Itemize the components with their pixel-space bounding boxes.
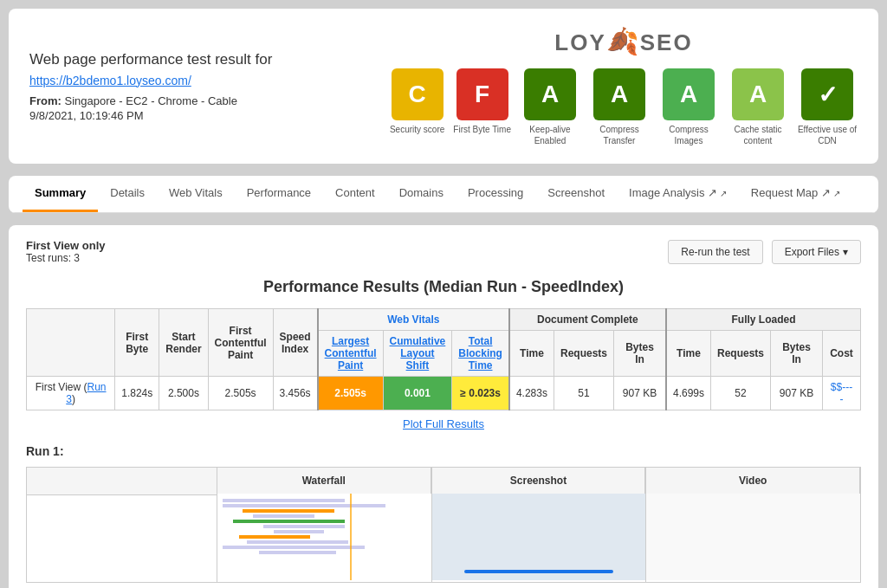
score-tile: ACache static content xyxy=(728,68,788,146)
plot-link-row: Plot Full Results xyxy=(26,417,861,430)
cell-start-render: 2.500s xyxy=(159,377,208,410)
tab-web-vitals[interactable]: Web Vitals xyxy=(157,176,235,212)
performance-table: FirstByte StartRender FirstContentfulPai… xyxy=(26,308,861,410)
run1-waterfall-col: Waterfall xyxy=(217,468,432,582)
tab-processing[interactable]: Processing xyxy=(456,176,535,212)
cell-tbt: ≥ 0.023s xyxy=(452,377,509,410)
results-title: Performance Results (Median Run - SpeedI… xyxy=(26,278,861,296)
export-button[interactable]: Export Files ▾ xyxy=(772,240,861,264)
col-fcp: FirstContentfulPaint xyxy=(208,309,273,377)
score-label: Compress Images xyxy=(658,124,719,146)
cell-first-byte: 1.824s xyxy=(115,377,159,410)
cell-fcp: 2.505s xyxy=(208,377,273,410)
score-tile: FFirst Byte Time xyxy=(453,68,511,146)
video-header: Video xyxy=(646,468,860,494)
test-runs-label: Test runs: 3 xyxy=(26,252,106,264)
nav-tabs: SummaryDetailsWeb VitalsPerformanceConte… xyxy=(9,176,878,213)
cell-fl-bytes: 907 KB xyxy=(771,377,823,410)
score-box: A xyxy=(663,68,715,120)
score-label: Keep-alive Enabled xyxy=(520,124,580,146)
score-box: A xyxy=(732,68,784,120)
cell-cost[interactable]: $$---- xyxy=(822,377,860,410)
score-label: Security score xyxy=(390,124,444,135)
run1-meta-cell xyxy=(27,495,217,582)
col-tbt[interactable]: TotalBlockingTime xyxy=(452,331,509,377)
scores-area: LOY🍂SEO CSecurity scoreFFirst Byte TimeA… xyxy=(390,26,858,146)
score-tile: ✓Effective use of CDN xyxy=(797,68,858,146)
plot-full-results-link[interactable]: Plot Full Results xyxy=(403,417,484,430)
test-meta: First View only Test runs: 3 Re-run the … xyxy=(26,239,861,264)
run1-section: Run 1: Waterfall xyxy=(26,444,861,583)
col-start-render: StartRender xyxy=(159,309,208,377)
tab-screenshot[interactable]: Screenshot xyxy=(535,176,617,212)
web-vitals-header: Web Vitals xyxy=(318,309,509,331)
screenshot-header: Screenshot xyxy=(432,468,646,494)
screenshot-cell xyxy=(432,494,646,580)
nav-card: SummaryDetailsWeb VitalsPerformanceConte… xyxy=(9,176,878,213)
score-tile: AKeep-alive Enabled xyxy=(520,68,580,146)
col-fl-cost: Cost xyxy=(822,331,860,377)
logo: LOY🍂SEO xyxy=(554,26,692,56)
col-doc-bytes: Bytes In xyxy=(614,331,666,377)
test-date: 9/8/2021, 10:19:46 PM xyxy=(29,109,272,122)
score-tiles: CSecurity scoreFFirst Byte TimeAKeep-ali… xyxy=(390,68,858,146)
waterfall-cell xyxy=(217,494,431,580)
first-view-label: First View only xyxy=(26,239,106,252)
tab-domains[interactable]: Domains xyxy=(387,176,456,212)
test-meta-left: First View only Test runs: 3 xyxy=(26,239,106,264)
col-fl-time: Time xyxy=(666,331,711,377)
score-label: Effective use of CDN xyxy=(797,124,858,146)
cell-speed-index: 3.456s xyxy=(273,377,318,410)
cell-lcp: 2.505s xyxy=(318,377,383,410)
run1-grid: Waterfall xyxy=(26,467,861,583)
score-label: Cache static content xyxy=(728,124,788,146)
score-tile: ACompress Transfer xyxy=(589,68,650,146)
video-cell xyxy=(646,494,860,580)
col-speed-index: SpeedIndex xyxy=(273,309,318,377)
run-link[interactable]: Run 3 xyxy=(66,381,106,405)
run1-screenshot-col: Screenshot xyxy=(432,468,647,582)
score-tile: ACompress Images xyxy=(658,68,719,146)
cell-fl-requests: 52 xyxy=(710,377,770,410)
tab-request-map[interactable]: Request Map ↗ xyxy=(739,176,852,212)
test-url-link[interactable]: https://b2bdemo1.loyseo.com/ xyxy=(29,74,272,87)
score-label: Compress Transfer xyxy=(589,124,650,146)
score-box: A xyxy=(593,68,645,120)
test-meta-right: Re-run the test Export Files ▾ xyxy=(668,240,861,264)
screenshot-bar xyxy=(464,570,614,573)
score-box: C xyxy=(392,68,444,120)
tab-content[interactable]: Content xyxy=(323,176,387,212)
cell-label: First View (Run 3) xyxy=(27,377,115,410)
fully-loaded-header: Fully Loaded xyxy=(666,309,861,331)
from-label: From: xyxy=(29,94,62,107)
waterfall-bars xyxy=(217,494,431,559)
tab-details[interactable]: Details xyxy=(98,176,157,212)
result-title: Web page performance test result for xyxy=(29,51,272,68)
cell-fl-time: 4.699s xyxy=(666,377,711,410)
col-doc-requests: Requests xyxy=(554,331,613,377)
col-fl-requests: Requests xyxy=(710,331,770,377)
score-box: ✓ xyxy=(801,68,853,120)
col-cls[interactable]: CumulativeLayoutShift xyxy=(383,331,452,377)
from-line: From: Singapore - EC2 - Chrome - Cable xyxy=(29,94,272,107)
score-tile: CSecurity score xyxy=(390,68,444,146)
cell-doc-requests: 51 xyxy=(554,377,613,410)
run1-video-col: Video xyxy=(646,468,860,582)
table-row: First View (Run 3) 1.824s 2.500s 2.505s … xyxy=(27,377,861,410)
run1-title: Run 1: xyxy=(26,444,861,458)
score-label: First Byte Time xyxy=(453,124,511,135)
tab-performance[interactable]: Performance xyxy=(235,176,323,212)
from-value: Singapore - EC2 - Chrome - Cable xyxy=(64,94,236,107)
test-result-info: Web page performance test result for htt… xyxy=(29,51,272,122)
col-lcp[interactable]: LargestContentfulPaint xyxy=(318,331,383,377)
doc-complete-header: Document Complete xyxy=(509,309,666,331)
col-doc-time: Time xyxy=(509,331,554,377)
cell-doc-bytes: 907 KB xyxy=(614,377,666,410)
col-fl-bytes: Bytes In xyxy=(771,331,823,377)
col-header-empty xyxy=(27,309,115,377)
waterfall-header: Waterfall xyxy=(217,468,431,494)
rerun-button[interactable]: Re-run the test xyxy=(668,240,762,264)
tab-image-analysis[interactable]: Image Analysis ↗ xyxy=(617,176,739,212)
tab-summary[interactable]: Summary xyxy=(23,176,98,212)
cell-doc-time: 4.283s xyxy=(509,377,554,410)
